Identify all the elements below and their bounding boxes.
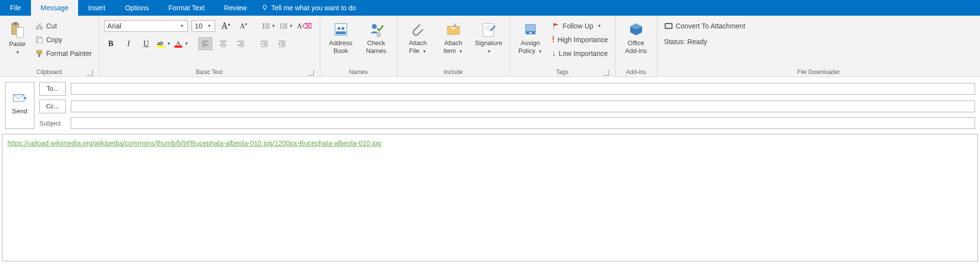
chevron-down-icon: ▼	[538, 49, 542, 54]
tab-message[interactable]: Message	[31, 0, 79, 16]
tab-options[interactable]: Options	[115, 0, 158, 16]
svg-rect-4	[17, 27, 24, 37]
align-center-button[interactable]	[216, 37, 230, 50]
signature-button[interactable]: Signature▼	[473, 20, 504, 56]
tab-format-text[interactable]: Format Text	[159, 0, 215, 16]
align-right-icon	[237, 40, 245, 47]
underline-button[interactable]: U	[140, 37, 153, 50]
chevron-down-icon: ▼	[180, 24, 184, 28]
cc-button[interactable]: Cc...	[39, 100, 66, 113]
align-left-icon	[201, 40, 209, 47]
subject-input[interactable]	[71, 117, 975, 129]
copy-button[interactable]: Copy	[33, 33, 94, 46]
paintbrush-icon	[35, 50, 43, 57]
send-button[interactable]: Send	[5, 82, 34, 129]
svg-rect-10	[38, 38, 42, 44]
addins-icon	[628, 22, 644, 37]
svg-rect-62	[526, 25, 535, 31]
down-arrow-icon: ↓	[552, 49, 556, 58]
font-selector[interactable]: Arial▼	[104, 20, 188, 32]
low-importance-label: Low Importance	[559, 50, 608, 57]
envelope-send-icon	[12, 93, 27, 103]
paste-label: Paste	[9, 40, 25, 48]
highlight-icon: ab	[157, 39, 166, 48]
increase-indent-button[interactable]	[275, 37, 289, 50]
chevron-down-icon: ▼	[184, 41, 189, 46]
chevron-down-icon: ▼	[167, 41, 171, 46]
shrink-font-button[interactable]: A▾	[237, 20, 251, 32]
numbering-icon: 123	[280, 23, 288, 29]
font-size: 10	[195, 22, 203, 30]
italic-button[interactable]: I	[122, 37, 136, 50]
bullets-button[interactable]: ▼	[262, 20, 276, 32]
flag-icon	[552, 22, 560, 30]
tab-review[interactable]: Review	[214, 0, 256, 16]
svg-point-53	[341, 27, 344, 30]
svg-point-52	[337, 27, 340, 30]
group-include-label: Include	[444, 69, 463, 76]
signature-icon	[481, 22, 497, 37]
font-size-selector[interactable]: 10▼	[192, 20, 215, 32]
tab-file[interactable]: File	[0, 0, 31, 16]
chevron-down-icon: ▼	[422, 49, 426, 54]
numbering-button[interactable]: 123▼	[280, 20, 294, 32]
convert-to-attachment-button[interactable]: Convert To Attachment	[662, 20, 747, 32]
dialog-launcher-icon[interactable]	[308, 70, 314, 76]
chevron-down-icon: ▼	[16, 50, 20, 55]
svg-point-0	[263, 5, 267, 9]
subject-label: Subject	[39, 120, 66, 127]
clear-formatting-button[interactable]: A⌫	[298, 20, 311, 32]
office-addins-button[interactable]: Office Add-ins	[620, 20, 652, 56]
chevron-down-icon: ▼	[289, 24, 293, 28]
address-book-button[interactable]: Address Book	[325, 20, 357, 56]
font-color-icon: A	[174, 39, 183, 48]
svg-point-5	[36, 27, 39, 29]
convert-icon	[664, 22, 673, 30]
svg-text:3: 3	[280, 26, 281, 29]
to-button[interactable]: To...	[39, 82, 66, 96]
cut-label: Cut	[46, 22, 57, 30]
group-basic-text-label: Basic Text	[196, 69, 223, 76]
format-painter-label: Format Painter	[46, 50, 92, 57]
bold-button[interactable]: B	[104, 37, 118, 50]
tell-me-search[interactable]: Tell me what you want to do	[256, 4, 361, 12]
format-painter-button[interactable]: Format Painter	[33, 47, 94, 60]
high-importance-button[interactable]: ! High Importance	[550, 33, 610, 46]
body-hyperlink[interactable]: https://upload.wikimedia.org/wikipedia/c…	[7, 139, 381, 147]
svg-text:@: @	[376, 32, 381, 37]
attach-item-button[interactable]: Attach Item ▼	[438, 20, 469, 56]
chevron-down-icon: ▼	[597, 24, 602, 28]
message-body[interactable]: https://upload.wikimedia.org/wikipedia/c…	[2, 134, 978, 261]
decrease-indent-icon	[260, 40, 268, 47]
align-left-button[interactable]	[198, 37, 212, 50]
scissors-icon	[35, 22, 43, 30]
font-color-button[interactable]: A▼	[175, 37, 189, 50]
svg-point-55	[372, 24, 377, 29]
dialog-launcher-icon[interactable]	[87, 70, 93, 76]
svg-marker-73	[24, 97, 27, 100]
svg-line-8	[37, 23, 41, 27]
assign-policy-button[interactable]: Assign Policy ▼	[515, 20, 546, 56]
italic-icon: I	[127, 39, 130, 48]
cc-input[interactable]	[71, 101, 975, 112]
chevron-down-icon: ▼	[271, 24, 276, 28]
svg-marker-50	[279, 43, 280, 45]
decrease-indent-button[interactable]	[257, 37, 271, 50]
dialog-launcher-icon[interactable]	[603, 70, 609, 76]
ribbon: Paste▼ Cut Copy Format Painter Clipboard	[0, 16, 980, 77]
tab-insert[interactable]: Insert	[78, 0, 115, 16]
attach-file-button[interactable]: Attach File ▼	[402, 20, 434, 56]
svg-text:ab: ab	[157, 40, 163, 46]
check-names-button[interactable]: @ Check Names	[361, 20, 392, 56]
to-input[interactable]	[71, 83, 975, 95]
grow-font-button[interactable]: A▴	[219, 20, 233, 32]
low-importance-button[interactable]: ↓ Low Importance	[550, 47, 610, 60]
svg-marker-45	[261, 43, 262, 45]
group-clipboard: Paste▼ Cut Copy Format Painter Clipboard	[0, 16, 99, 76]
cut-button[interactable]: Cut	[33, 20, 94, 32]
follow-up-button[interactable]: Follow Up ▼	[550, 20, 610, 32]
align-center-icon	[219, 40, 227, 47]
align-right-button[interactable]	[234, 37, 248, 50]
highlight-button[interactable]: ab▼	[157, 37, 171, 50]
paste-button[interactable]: Paste▼	[5, 20, 29, 57]
